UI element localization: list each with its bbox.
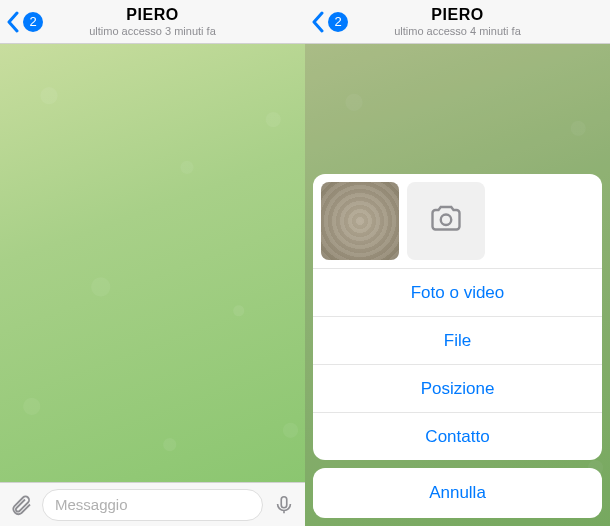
back-button[interactable]: 2 <box>305 11 348 33</box>
action-sheet-options: Foto o video File Posizione Contatto <box>313 174 602 460</box>
message-input[interactable] <box>42 489 263 521</box>
input-bar <box>0 482 305 526</box>
chat-screen-right: 2 PIERO ultimo accesso 4 minuti fa Foto … <box>305 0 610 526</box>
action-location[interactable]: Posizione <box>313 364 602 412</box>
action-sheet: Foto o video File Posizione Contatto Ann… <box>313 174 602 518</box>
attach-icon[interactable] <box>6 490 36 520</box>
chat-title: PIERO <box>305 6 610 24</box>
action-contact[interactable]: Contatto <box>313 412 602 460</box>
svg-point-1 <box>441 215 452 226</box>
photo-thumbnail[interactable] <box>321 182 399 260</box>
chat-title: PIERO <box>0 6 305 24</box>
chevron-left-icon <box>311 11 324 33</box>
unread-badge: 2 <box>23 12 43 32</box>
camera-button[interactable] <box>407 182 485 260</box>
camera-icon <box>428 201 464 241</box>
unread-badge: 2 <box>328 12 348 32</box>
chat-background <box>0 44 305 482</box>
action-photo-video[interactable]: Foto o video <box>313 268 602 316</box>
chevron-left-icon <box>6 11 19 33</box>
mic-icon[interactable] <box>269 490 299 520</box>
header: 2 PIERO ultimo accesso 3 minuti fa <box>0 0 305 44</box>
chat-screen-left: 2 PIERO ultimo accesso 3 minuti fa <box>0 0 305 526</box>
action-cancel[interactable]: Annulla <box>313 468 602 518</box>
attachment-thumbnails <box>313 174 602 268</box>
svg-rect-0 <box>281 496 287 507</box>
header: 2 PIERO ultimo accesso 4 minuti fa <box>305 0 610 44</box>
chat-subtitle: ultimo accesso 3 minuti fa <box>0 25 305 37</box>
action-file[interactable]: File <box>313 316 602 364</box>
chat-subtitle: ultimo accesso 4 minuti fa <box>305 25 610 37</box>
back-button[interactable]: 2 <box>0 11 43 33</box>
